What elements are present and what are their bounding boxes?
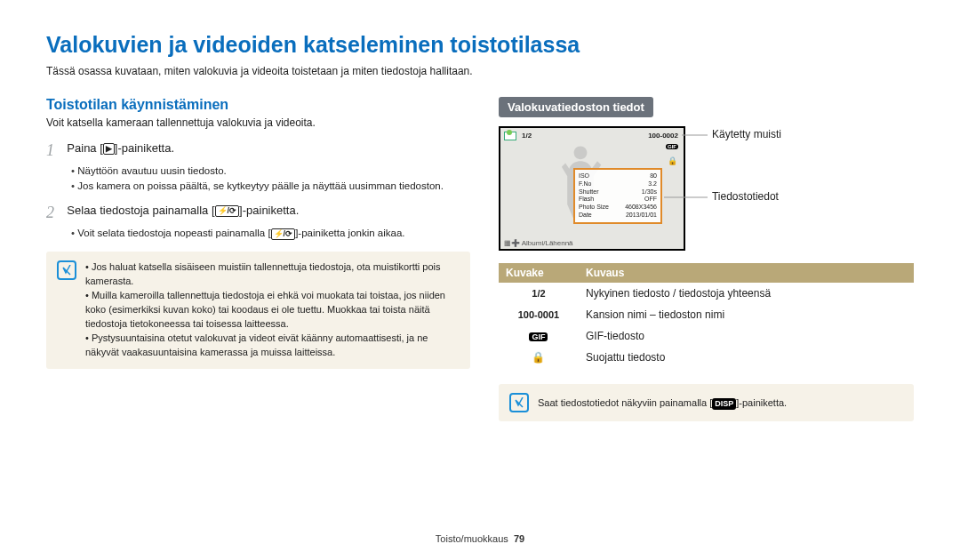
note-icon bbox=[509, 393, 529, 412]
gif-icon: GIF bbox=[529, 332, 548, 341]
nav-keys-icon: ⚡/⟳ bbox=[271, 228, 296, 240]
page-lead: Tässä osassa kuvataan, miten valokuvia j… bbox=[46, 65, 914, 77]
nav-keys-icon: ⚡/⟳ bbox=[215, 205, 240, 217]
left-column: Toistotilan käynnistäminen Voit katsella… bbox=[46, 97, 470, 421]
desc-cell: Nykyinen tiedosto / tiedostoja yhteensä bbox=[579, 283, 914, 304]
step-2-bullets: Voit selata tiedostoja nopeasti painamal… bbox=[46, 226, 470, 241]
note2-post: ]-painiketta. bbox=[736, 397, 787, 408]
table-row: GIF GIF-tiedosto bbox=[499, 325, 914, 347]
subsection-header: Valokuvatiedoston tiedot bbox=[499, 97, 653, 117]
bullet-post: ]-painiketta jonkin aikaa. bbox=[295, 228, 404, 238]
step-number: 1 bbox=[46, 141, 64, 160]
step-1-post: ]-painiketta. bbox=[115, 141, 174, 155]
note2-pre: Saat tiedostotiedot näkyviin painamalla … bbox=[538, 397, 712, 408]
info-val: 3.2 bbox=[648, 180, 657, 188]
step-1-pre: Paina [ bbox=[67, 141, 102, 155]
section-heading-playback: Toistotilan käynnistäminen bbox=[46, 97, 470, 113]
icon-cell: 100-0001 bbox=[518, 309, 560, 320]
disp-button-icon: DISP bbox=[712, 398, 736, 411]
table-header-row: Kuvake Kuvaus bbox=[499, 263, 914, 283]
footer-section: Toisto/muokkaus bbox=[436, 533, 508, 544]
file-info-overlay: ISO80 F.No3.2 Shutter1/30s FlashOFF Phot… bbox=[573, 168, 662, 224]
callout-fileinfo: Tiedostotiedot bbox=[712, 190, 779, 203]
note-list: Jos haluat katsella sisäiseen muistiin t… bbox=[85, 260, 460, 360]
file-counter: 1/2 bbox=[522, 132, 532, 140]
info-val: 2013/01/01 bbox=[626, 212, 657, 220]
lcd-screen: 1/2 100-0002 GIF 🔒 ISO80 F.No3.2 Shutter… bbox=[499, 126, 685, 251]
info-key: Flash bbox=[579, 196, 594, 204]
footer-page-number: 79 bbox=[514, 533, 524, 544]
list-item: Jos haluat katsella sisäiseen muistiin t… bbox=[85, 260, 460, 289]
info-val: 1/30s bbox=[642, 188, 657, 196]
note-box: Saat tiedostotiedot näkyviin painamalla … bbox=[499, 384, 914, 421]
note-text: Saat tiedostotiedot näkyviin painamalla … bbox=[538, 396, 787, 411]
step-1-bullets: Näyttöön avautuu uusin tiedosto. Jos kam… bbox=[46, 164, 470, 193]
thumbnail-icon bbox=[504, 132, 516, 140]
note-icon bbox=[57, 260, 76, 280]
info-val: OFF bbox=[644, 196, 657, 204]
info-key: ISO bbox=[579, 172, 589, 180]
camera-screen-preview: 1/2 100-0002 GIF 🔒 ISO80 F.No3.2 Shutter… bbox=[499, 126, 801, 251]
section-lead: Voit katsella kameraan tallennettuja val… bbox=[46, 116, 470, 129]
icon-legend-table: Kuvake Kuvaus 1/2 Nykyinen tiedosto / ti… bbox=[499, 263, 914, 368]
list-item: Näyttöön avautuu uusin tiedosto. bbox=[71, 164, 470, 179]
desc-cell: Kansion nimi – tiedoston nimi bbox=[579, 304, 914, 325]
note-box: Jos haluat katsella sisäiseen muistiin t… bbox=[46, 252, 470, 369]
step-2-post: ]-painiketta. bbox=[239, 204, 299, 217]
two-column-layout: Toistotilan käynnistäminen Voit katsella… bbox=[46, 97, 914, 421]
file-code: 100-0002 bbox=[648, 132, 678, 140]
list-item: Voit selata tiedostoja nopeasti painamal… bbox=[71, 226, 470, 241]
info-key: F.No bbox=[579, 180, 591, 188]
info-key: Photo Size bbox=[579, 204, 609, 212]
play-button-icon: ▶ bbox=[103, 143, 115, 155]
right-column: Valokuvatiedoston tiedot 1/2 100-0002 GI… bbox=[499, 97, 914, 421]
info-key: Date bbox=[579, 212, 592, 220]
lock-icon: 🔒 bbox=[668, 156, 677, 165]
help-bar-text: Albumi/Lähennä bbox=[522, 239, 573, 247]
lock-icon: 🔒 bbox=[532, 351, 545, 364]
table-row: 🔒 Suojattu tiedosto bbox=[499, 347, 914, 368]
icon-cell: 1/2 bbox=[532, 288, 545, 299]
desc-cell: GIF-tiedosto bbox=[579, 325, 914, 347]
gif-badge: GIF bbox=[666, 144, 678, 149]
help-bar: ▦➕ Albumi/Lähennä bbox=[504, 239, 573, 247]
step-number: 2 bbox=[46, 204, 64, 222]
info-key: Shutter bbox=[579, 188, 599, 196]
step-2-pre: Selaa tiedostoja painamalla [ bbox=[67, 204, 214, 217]
desc-cell: Suojattu tiedosto bbox=[579, 347, 914, 368]
step-2-text: Selaa tiedostoja painamalla [⚡/⟳]-painik… bbox=[67, 204, 299, 217]
bullet-pre: Voit selata tiedostoja nopeasti painamal… bbox=[77, 228, 270, 238]
info-val: 4608X3456 bbox=[625, 204, 657, 212]
th-desc: Kuvaus bbox=[579, 263, 914, 283]
table-row: 1/2 Nykyinen tiedosto / tiedostoja yhtee… bbox=[499, 283, 914, 304]
list-item: Jos kamera on poissa päältä, se kytkeyty… bbox=[71, 179, 470, 194]
th-icon: Kuvake bbox=[499, 263, 579, 283]
step-1-text: Paina [▶]-painiketta. bbox=[67, 141, 174, 155]
step-2: 2 Selaa tiedostoja painamalla [⚡/⟳]-pain… bbox=[46, 204, 470, 241]
list-item: Pystysuuntaisina otetut valokuvat ja vid… bbox=[85, 332, 460, 360]
page-footer: Toisto/muokkaus 79 bbox=[0, 533, 960, 544]
list-item: Muilla kameroilla tallennettuja tiedosto… bbox=[85, 289, 460, 332]
info-val: 80 bbox=[650, 172, 657, 180]
table-row: 100-0001 Kansion nimi – tiedoston nimi bbox=[499, 304, 914, 325]
step-1: 1 Paina [▶]-painiketta. Näyttöön avautuu… bbox=[46, 141, 470, 193]
callout-memory: Käytetty muisti bbox=[712, 128, 781, 140]
page-title: Valokuvien ja videoiden katseleminen toi… bbox=[46, 32, 914, 58]
